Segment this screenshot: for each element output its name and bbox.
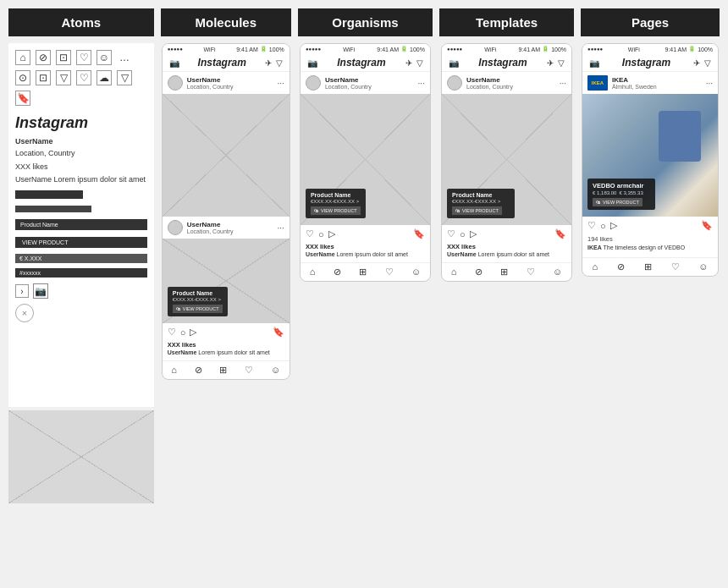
- organisms-bottom-search-icon[interactable]: ⊘: [334, 267, 341, 278]
- grid-icon[interactable]: ⊡: [36, 70, 51, 85]
- organisms-instagram-logo: Instagram: [337, 57, 385, 69]
- user-icon[interactable]: ☺: [97, 50, 112, 65]
- atoms-caption: UserName Lorem ipsum dolor sit amet: [15, 175, 147, 185]
- templates-bottom-search-icon[interactable]: ⊘: [475, 267, 483, 278]
- pages-share-action-icon[interactable]: ▷: [610, 220, 617, 231]
- pages-bottom-add-icon[interactable]: ⊞: [644, 261, 652, 272]
- templates-instagram-logo: Instagram: [478, 57, 527, 69]
- molecules-caption: UserName Lorem ipsum dolor sit amet: [163, 349, 290, 360]
- templates-comment-action-icon[interactable]: ○: [460, 229, 466, 239]
- search-icon[interactable]: ⊘: [36, 50, 51, 65]
- templates-phone: ●●●●● WiFi 9:41 AM 🔋 100% 📷 Instagram ✈ …: [441, 43, 572, 282]
- pages-send-icon[interactable]: ✈: [693, 58, 700, 68]
- molecules-comment-action-icon[interactable]: ○: [180, 327, 186, 338]
- home-icon[interactable]: ⌂: [15, 50, 30, 65]
- atoms-view-product-btn[interactable]: VIEW PRODUCT: [15, 237, 147, 248]
- organisms-send-icon[interactable]: ✈: [405, 58, 412, 68]
- main-container: Atoms ⌂ ⊘ ⊡ ♡ ☺ … ⊙ ⊡ ▽ ♡ ☁ ▽ 🔖: [8, 8, 720, 503]
- pages-view-product-btn[interactable]: 🛍 VIEW PRODUCT: [593, 198, 643, 206]
- templates-status-dots: ●●●●●: [447, 47, 462, 52]
- pages-comment-action-icon[interactable]: ○: [600, 221, 606, 231]
- organisms-filter-nav-icon[interactable]: ▽: [416, 58, 423, 68]
- atoms-dark-bar1[interactable]: [15, 190, 83, 199]
- templates-view-product-btn[interactable]: 🛍 VIEW PRODUCT: [452, 206, 502, 215]
- templates-filter-nav-icon[interactable]: ▽: [558, 58, 565, 68]
- molecules-post-more-icon[interactable]: ···: [277, 79, 284, 88]
- atoms-x-icon[interactable]: ×: [15, 304, 34, 322]
- molecules-bottom-home-icon[interactable]: ⌂: [171, 365, 177, 375]
- templates-status-icons: 9:41 AM 🔋 100%: [518, 46, 566, 52]
- organisms-share-action-icon[interactable]: ▷: [328, 228, 335, 239]
- molecules-bottom-add-icon[interactable]: ⊞: [219, 365, 227, 376]
- pages-filter-nav-icon[interactable]: ▽: [704, 58, 711, 68]
- templates-camera-nav-icon[interactable]: 📷: [449, 58, 459, 68]
- organisms-comment-action-icon[interactable]: ○: [318, 229, 324, 239]
- molecules-bookmark-icon[interactable]: 🔖: [273, 327, 284, 338]
- molecules-bottom-user-icon[interactable]: ☺: [271, 365, 280, 375]
- organisms-bottom-heart-icon[interactable]: ♡: [385, 267, 394, 278]
- templates-share-action-icon[interactable]: ▷: [470, 228, 477, 239]
- templates-bottom-user-icon[interactable]: ☺: [553, 267, 562, 277]
- pages-camera-nav-icon[interactable]: 📷: [589, 58, 599, 68]
- molecules-phone: ●●●●● WiFi 9:41 AM 🔋 100% 📷 Instagram ✈ …: [162, 43, 290, 380]
- templates-bottom-heart-icon[interactable]: ♡: [527, 267, 535, 278]
- pages-bookmark-icon[interactable]: 🔖: [701, 220, 713, 231]
- molecules-post2-more-icon[interactable]: ···: [277, 223, 284, 233]
- atoms-header: Atoms: [8, 8, 154, 36]
- molecules-bottom-search-icon[interactable]: ⊘: [195, 365, 202, 376]
- organisms-post-more-icon[interactable]: ···: [418, 79, 425, 88]
- heart2-icon[interactable]: ♡: [76, 70, 91, 85]
- templates-send-icon[interactable]: ✈: [547, 58, 554, 68]
- molecules-heart-action-icon[interactable]: ♡: [168, 327, 176, 338]
- filter-icon[interactable]: ▽: [56, 70, 71, 85]
- organisms-camera-nav-icon[interactable]: 📷: [307, 58, 317, 68]
- templates-header: Templates: [439, 8, 574, 36]
- molecules-send-icon[interactable]: ✈: [265, 58, 272, 68]
- molecules-bottom-heart-icon[interactable]: ♡: [245, 365, 253, 376]
- organisms-bag-icon: 🛍: [314, 208, 319, 213]
- pages-bottom-heart-icon[interactable]: ♡: [671, 261, 680, 272]
- organisms-bottom-add-icon[interactable]: ⊞: [359, 267, 367, 278]
- pages-post-more-icon[interactable]: ···: [706, 79, 713, 88]
- molecules-bag-icon: 🛍: [176, 306, 181, 311]
- pages-heart-action-icon[interactable]: ♡: [587, 220, 596, 231]
- organisms-view-product-btn[interactable]: 🛍 VIEW PRODUCT: [311, 206, 361, 215]
- pages-bottom-user-icon[interactable]: ☺: [698, 261, 708, 272]
- bookmark-icon[interactable]: 🔖: [15, 91, 30, 106]
- atoms-icons-row3: 🔖: [15, 91, 147, 106]
- molecules-time: 9:41 AM: [236, 47, 258, 52]
- organisms-post-location: Location, Country: [325, 84, 414, 90]
- templates-bookmark-icon[interactable]: 🔖: [554, 228, 566, 239]
- molecules-wifi-icon: WiFi: [204, 47, 216, 52]
- organisms-wifi-icon: WiFi: [343, 47, 355, 52]
- pages-bottom-search-icon[interactable]: ⊘: [617, 261, 625, 272]
- pages-phone: ●●●●● WiFi 9:41 AM 🔋 100% 📷 Instagram ✈ …: [582, 43, 719, 277]
- pages-battery-icon: 🔋: [688, 46, 696, 52]
- organisms-heart-action-icon[interactable]: ♡: [306, 228, 314, 239]
- molecules-share-action-icon[interactable]: ▷: [190, 327, 196, 338]
- templates-heart-action-icon[interactable]: ♡: [447, 228, 455, 239]
- square-icon[interactable]: ⊡: [56, 50, 71, 65]
- comment-icon[interactable]: ☁: [97, 70, 112, 85]
- templates-bottom-home-icon[interactable]: ⌂: [451, 267, 457, 277]
- pages-post-user-info: IKEA Älmhult, Sweden: [612, 76, 702, 90]
- molecules-filter-nav-icon[interactable]: ▽: [276, 58, 283, 68]
- camera2-icon[interactable]: ⊙: [15, 70, 30, 85]
- atoms-dark-bar2[interactable]: [15, 206, 91, 212]
- organisms-bottom-home-icon[interactable]: ⌂: [310, 267, 316, 277]
- share-icon[interactable]: ▽: [117, 70, 132, 85]
- organisms-status-icons: 9:41 AM 🔋 100%: [377, 46, 425, 52]
- heart-icon[interactable]: ♡: [76, 50, 91, 65]
- more-icon[interactable]: …: [117, 50, 132, 65]
- organisms-bookmark-icon[interactable]: 🔖: [413, 228, 425, 239]
- molecules-post-image1: [163, 94, 290, 217]
- molecules-view-product-btn[interactable]: 🛍 VIEW PRODUCT: [173, 305, 223, 313]
- pages-bottom-home-icon[interactable]: ⌂: [592, 261, 598, 272]
- atoms-nav-arrow[interactable]: ›: [15, 284, 29, 298]
- templates-bottom-add-icon[interactable]: ⊞: [500, 267, 508, 278]
- molecules-camera-nav-icon[interactable]: 📷: [169, 58, 179, 68]
- templates-post-more-icon[interactable]: ···: [560, 79, 566, 88]
- templates-product-name: Product Name: [452, 192, 510, 198]
- organisms-actions-row: ♡ ○ ▷ 🔖: [301, 225, 430, 243]
- organisms-bottom-user-icon[interactable]: ☺: [411, 267, 421, 277]
